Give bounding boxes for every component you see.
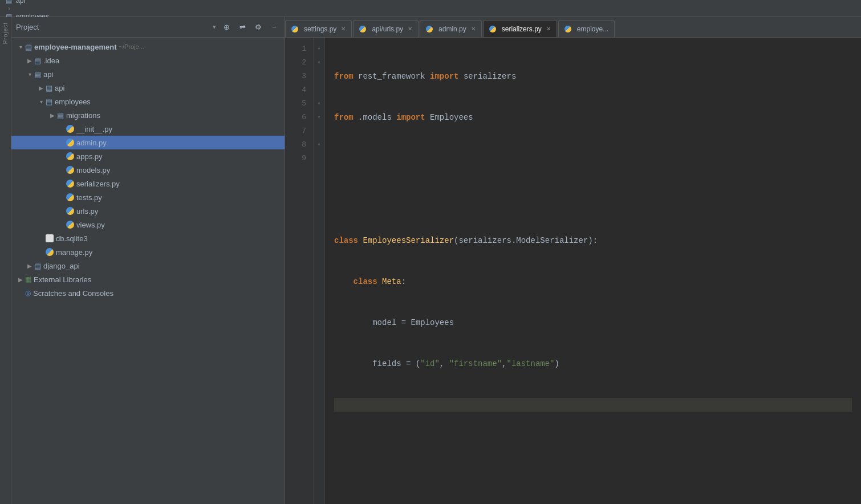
apps-py-icon [66, 152, 74, 160]
root-label: employee-management [34, 43, 117, 51]
tree-item-scratches[interactable]: ◎ Scratches and Consoles [11, 286, 285, 300]
tab-admin-label: admin.py [438, 25, 466, 33]
tab-serializers-close[interactable]: ✕ [546, 26, 551, 32]
tree-item-api-inner[interactable]: ▶ ▤ api [11, 81, 285, 95]
migrations-label: migrations [66, 111, 100, 120]
tree-item-tests[interactable]: tests.py [11, 190, 285, 204]
ln-7: 7 [285, 124, 313, 138]
tree-item-admin[interactable]: admin.py [11, 136, 285, 149]
ln-9: 9 [285, 152, 313, 165]
tab-admin[interactable]: admin.py ✕ [420, 20, 482, 37]
tests-label: tests.py [76, 193, 102, 202]
title-bar: ▤ employee-management › ▤ api › ▤ employ… [0, 0, 861, 17]
code-line-2: from .models import Employees [334, 111, 852, 124]
fold-5[interactable]: ▾ [318, 97, 320, 111]
init-py-icon [66, 125, 74, 133]
side-strip-label: Project [2, 22, 9, 44]
collapse-icon[interactable]: − [269, 22, 280, 33]
tab-api-urls[interactable]: api/urls.py ✕ [353, 20, 419, 37]
views-label: views.py [76, 221, 105, 229]
project-panel: Project ▾ ⊕ ⇌ ⚙ − ▾ ▤ employee-managemen… [11, 17, 285, 504]
code-line-6: class Meta: [334, 275, 852, 288]
tab-api-urls-icon [359, 26, 366, 32]
code-line-3 [334, 152, 852, 165]
side-strip: Project [0, 17, 11, 504]
tab-admin-icon [426, 26, 433, 32]
tree-item-idea[interactable]: ▶ ▤ .idea [11, 54, 285, 67]
target-icon[interactable]: ⊕ [221, 22, 232, 33]
tree-item-employees[interactable]: ▾ ▤ employees [11, 95, 285, 108]
tree-item-manage[interactable]: manage.py [11, 245, 285, 259]
api-folder-arrow: ▾ [25, 71, 34, 78]
models-py-icon [66, 166, 74, 174]
root-arrow: ▾ [16, 44, 25, 50]
ext-libs-arrow: ▶ [16, 277, 25, 283]
django-api-folder-icon: ▤ [34, 262, 41, 270]
tab-employee-label: employe... [577, 25, 608, 33]
fold-2[interactable]: ▾ [318, 56, 320, 70]
tree-item-db[interactable]: db.sqlite3 [11, 231, 285, 245]
tab-employee[interactable]: employe... [558, 20, 615, 37]
code-line-5: class EmployeesSerializer(serializers.Mo… [334, 234, 852, 247]
tab-serializers-label: serializers.py [502, 25, 542, 33]
apps-label: apps.py [76, 152, 103, 161]
settings-icon[interactable]: ⚙ [253, 22, 264, 33]
tab-employee-icon [564, 26, 571, 32]
tests-py-icon [66, 193, 74, 201]
urls-py-icon [66, 207, 74, 215]
ln-3: 3 [285, 70, 313, 83]
tab-settings[interactable]: settings.py ✕ [285, 20, 352, 37]
code-line-1: from rest_framework import serializers [334, 70, 852, 83]
root-folder-icon: ▤ [25, 43, 32, 51]
tab-bar: settings.py ✕ api/urls.py ✕ admin.py ✕ s… [285, 17, 861, 38]
tree-item-serializers[interactable]: serializers.py [11, 177, 285, 190]
tab-api-urls-close[interactable]: ✕ [408, 26, 412, 32]
fold-6[interactable]: ▾ [318, 111, 320, 124]
file-tree: ▾ ▤ employee-management ~/Proje... ▶ ▤ .… [11, 38, 285, 504]
tree-item-views[interactable]: views.py [11, 218, 285, 231]
idea-label: .idea [43, 56, 59, 65]
ln-1: 1 [285, 42, 313, 56]
manage-py-icon [46, 248, 54, 256]
equalizer-icon[interactable]: ⇌ [237, 22, 248, 33]
ext-libs-label: External Libraries [34, 275, 91, 284]
api-inner-folder-icon: ▤ [46, 84, 52, 92]
tree-root[interactable]: ▾ ▤ employee-management ~/Proje... [11, 40, 285, 54]
code-line-7: model = Employees [334, 316, 852, 330]
code-content[interactable]: from rest_framework import serializers f… [325, 38, 861, 504]
db-label: db.sqlite3 [56, 234, 88, 243]
tree-item-urls[interactable]: urls.py [11, 204, 285, 218]
fold-8[interactable]: ▾ [318, 138, 320, 152]
idea-arrow: ▶ [25, 58, 34, 64]
ln-8: 8 [285, 138, 313, 152]
django-api-arrow: ▶ [25, 263, 34, 269]
tree-item-api-folder[interactable]: ▾ ▤ api [11, 67, 285, 81]
tab-settings-close[interactable]: ✕ [341, 26, 346, 32]
tree-item-init[interactable]: __init__.py [11, 122, 285, 136]
tab-settings-icon [291, 26, 298, 32]
code-line-9 [334, 398, 852, 412]
manage-label: manage.py [56, 248, 92, 257]
admin-label: admin.py [76, 139, 107, 147]
tree-item-django-api[interactable]: ▶ ▤ django_api [11, 259, 285, 273]
api-inner-arrow: ▶ [36, 85, 46, 91]
panel-dropdown-arrow: ▾ [213, 23, 216, 31]
editor-area: settings.py ✕ api/urls.py ✕ admin.py ✕ s… [285, 17, 861, 504]
code-editor[interactable]: 1 2 3 4 5 6 7 8 9 ▾ ▾ ▾ ▾ ▾ [285, 38, 861, 504]
api-inner-label: api [55, 84, 64, 92]
fold-1[interactable]: ▾ [318, 42, 320, 56]
tree-item-migrations[interactable]: ▶ ▤ migrations [11, 108, 285, 122]
tab-api-urls-label: api/urls.py [372, 25, 403, 33]
tab-admin-close[interactable]: ✕ [471, 26, 476, 32]
admin-py-icon [66, 139, 74, 147]
tree-item-models[interactable]: models.py [11, 163, 285, 177]
panel-toolbar: Project ▾ ⊕ ⇌ ⚙ − [11, 17, 285, 38]
tree-item-apps[interactable]: apps.py [11, 149, 285, 163]
tab-serializers[interactable]: serializers.py ✕ [483, 20, 557, 37]
tree-item-ext-libs[interactable]: ▶ ▦ External Libraries [11, 273, 285, 286]
employees-arrow: ▾ [36, 99, 46, 105]
api-folder-label: api [43, 70, 53, 79]
serializers-py-icon [66, 180, 74, 188]
line-numbers: 1 2 3 4 5 6 7 8 9 [285, 38, 314, 504]
panel-title: Project [16, 23, 208, 31]
